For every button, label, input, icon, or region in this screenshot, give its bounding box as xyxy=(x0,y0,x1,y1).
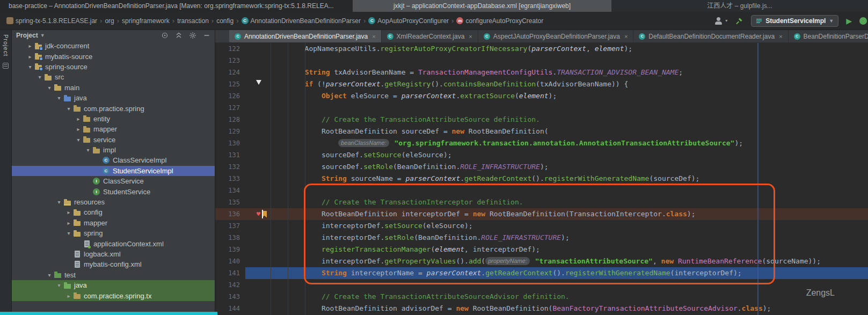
tree-row[interactable]: ▾test xyxy=(12,270,215,280)
chevron-icon[interactable]: ▾ xyxy=(55,199,63,205)
tree-row[interactable]: ▸entity xyxy=(12,114,215,124)
tree-row[interactable]: ▾java xyxy=(12,280,215,290)
code-line[interactable]: 139 registerTransactionManager(element, … xyxy=(215,244,868,255)
tree-row[interactable]: ▸jdk-concurrent xyxy=(12,41,215,51)
line-number[interactable]: 144 xyxy=(215,303,245,314)
tree-row[interactable]: ▾spring-source xyxy=(12,62,215,72)
breadcrumb-item[interactable]: config xyxy=(216,17,234,25)
chevron-icon[interactable]: ▸ xyxy=(26,43,34,49)
breakpoint-icon[interactable]: ♥ xyxy=(257,211,260,217)
tab-close-icon[interactable]: × xyxy=(469,33,472,40)
line-number[interactable]: 127 xyxy=(215,102,245,114)
code-line[interactable]: 141 String interceptorName = parserConte… xyxy=(215,267,868,279)
breadcrumb-item[interactable]: transaction xyxy=(177,17,209,25)
tree-row[interactable]: ▸com.practice.spring.tx xyxy=(12,290,215,301)
code-line[interactable]: 142 xyxy=(215,279,868,291)
line-number[interactable]: 143 xyxy=(215,291,245,303)
code-line[interactable]: 140 interceptorDef.getPropertyValues().a… xyxy=(215,255,868,267)
chevron-icon[interactable]: ▾ xyxy=(74,137,83,143)
editor-tab[interactable]: CDefaultBeanDefinitionDocumentReader.jav… xyxy=(633,30,788,42)
code-line[interactable]: 125 if (!parserContext.getRegistry().con… xyxy=(215,78,868,90)
chevron-icon[interactable]: ▾ xyxy=(64,106,73,112)
line-number[interactable]: 131 xyxy=(215,149,245,161)
code-line[interactable]: 138 interceptorDef.setRole(BeanDefinitio… xyxy=(215,232,868,244)
tree-row[interactable]: ▾main xyxy=(12,83,215,93)
code-line[interactable]: 127 xyxy=(215,102,868,114)
tab-close-icon[interactable]: × xyxy=(779,33,782,40)
breadcrumb-item[interactable]: CAopAutoProxyConfigurer xyxy=(368,17,449,25)
tree-row[interactable]: ▾impl xyxy=(12,145,215,155)
chevron-icon[interactable]: ▾ xyxy=(64,230,73,236)
code-line[interactable]: 136♥ RootBeanDefinition interceptorDef =… xyxy=(215,208,868,220)
breadcrumb-item[interactable]: mconfigureAutoProxyCreator xyxy=(456,17,543,25)
editor-tab[interactable]: CAnnotationDrivenBeanDefinitionParser.ja… xyxy=(229,30,382,42)
build-hammer-icon[interactable] xyxy=(735,17,743,25)
tree-row[interactable]: CStudentServiceImpl xyxy=(12,166,215,176)
tab-close-icon[interactable]: × xyxy=(372,33,375,40)
code-line[interactable]: 130 beanClassName: "org.springframework.… xyxy=(215,137,868,149)
code-line[interactable]: 135 // Create the TransactionInterceptor… xyxy=(215,196,868,208)
tree-row[interactable]: ▾spring xyxy=(12,228,215,238)
code-line[interactable]: 133 String sourceName = parserContext.ge… xyxy=(215,173,868,185)
breadcrumb-item[interactable]: CAnnotationDrivenBeanDefinitionParser xyxy=(242,17,361,25)
line-number[interactable]: 130 xyxy=(215,137,245,149)
chevron-icon[interactable]: ▸ xyxy=(64,209,73,215)
project-tool-button[interactable]: Project xyxy=(3,34,9,56)
project-view-dropdown-icon[interactable]: ▼ xyxy=(40,33,45,38)
tree-row[interactable]: ▸config xyxy=(12,207,215,217)
line-number[interactable]: 133 xyxy=(215,173,245,185)
editor-tab[interactable]: CAspectJAutoProxyBeanDefinitionParser.ja… xyxy=(478,30,634,42)
line-number[interactable]: 136 xyxy=(215,208,245,220)
tree-row[interactable]: ▾java xyxy=(12,93,215,103)
tree-row[interactable]: ▸mapper xyxy=(12,218,215,228)
user-icon[interactable] xyxy=(714,17,723,25)
tree-row[interactable]: IClassService xyxy=(12,176,215,186)
line-number[interactable]: 124 xyxy=(215,67,245,78)
editor-tab[interactable]: CXmlReaderContext.java× xyxy=(382,30,478,42)
chevron-icon[interactable]: ▾ xyxy=(35,74,44,80)
chevron-icon[interactable]: ▾ xyxy=(55,282,63,288)
hide-panel-icon[interactable] xyxy=(203,32,210,39)
code-line[interactable]: 144 RootBeanDefinition advisorDef = new … xyxy=(215,303,868,314)
line-number[interactable]: 139 xyxy=(215,244,245,255)
line-number[interactable]: 138 xyxy=(215,232,245,244)
code-line[interactable]: 123 xyxy=(215,55,868,67)
chevron-icon[interactable]: ▸ xyxy=(26,54,34,60)
tree-row[interactable]: IStudentService xyxy=(12,186,215,196)
locate-file-icon[interactable] xyxy=(161,32,169,39)
editor[interactable]: 122 AopNamespaceUtils.registerAutoProxyC… xyxy=(215,43,868,315)
tool-stripe-icon[interactable] xyxy=(3,63,9,69)
tab-close-icon[interactable]: × xyxy=(624,33,628,40)
chevron-icon[interactable]: ▸ xyxy=(74,126,83,132)
code-line[interactable]: 132 sourceDef.setRole(BeanDefinition.ROL… xyxy=(215,161,868,173)
tree-row[interactable]: ▾resources xyxy=(12,197,215,207)
line-number[interactable]: 125 xyxy=(215,78,245,90)
editor-tab[interactable]: CBeanDefinitionParserDelegate.java× xyxy=(789,30,868,42)
tree-row[interactable]: ▸mapper xyxy=(12,124,215,134)
code-line[interactable]: 128 // Create the TransactionAttributeSo… xyxy=(215,114,868,126)
tree-row[interactable]: applicationContext.xml xyxy=(12,238,215,248)
run-configuration-select[interactable]: StudentServiceImpl ▼ xyxy=(751,15,838,27)
tree-row[interactable]: ▸mybatis-source xyxy=(12,51,215,61)
window-title-background-2[interactable]: 江西人才 – gulpfile.js... xyxy=(611,0,868,12)
chevron-icon[interactable]: ▸ xyxy=(74,116,83,122)
line-number[interactable]: 122 xyxy=(215,43,245,55)
code-line[interactable]: 122 AopNamespaceUtils.registerAutoProxyC… xyxy=(215,43,868,55)
user-dropdown-caret-icon[interactable]: ▾ xyxy=(725,18,727,23)
breadcrumb-item[interactable]: springframework xyxy=(122,17,170,25)
line-number[interactable]: 128 xyxy=(215,114,245,126)
code-line[interactable]: 134 xyxy=(215,185,868,196)
tree-row[interactable]: ▾src xyxy=(12,72,215,82)
line-number[interactable]: 140 xyxy=(215,255,245,267)
gear-icon[interactable] xyxy=(189,32,196,39)
tree-row[interactable]: mybatis-config.xml xyxy=(12,259,215,269)
line-number[interactable]: 129 xyxy=(215,126,245,137)
breadcrumb-item[interactable]: org xyxy=(105,17,114,25)
collapse-all-icon[interactable] xyxy=(175,32,183,39)
debug-button-clipped[interactable] xyxy=(859,17,867,25)
chevron-icon[interactable]: ▸ xyxy=(64,293,73,299)
tree-row[interactable]: CClassServiceImpl xyxy=(12,155,215,165)
chevron-icon[interactable]: ▾ xyxy=(26,64,34,70)
chevron-icon[interactable]: ▾ xyxy=(84,147,92,153)
breadcrumb-item[interactable]: spring-tx-5.1.8.RELEASE.jar xyxy=(6,17,97,25)
